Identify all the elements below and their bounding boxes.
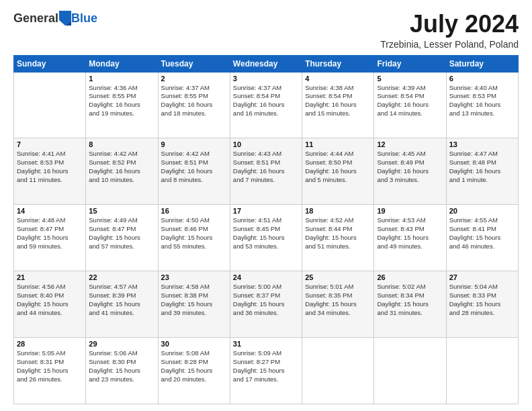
day-number: 25 bbox=[305, 273, 371, 281]
calendar-cell: 19Sunrise: 4:53 AM Sunset: 8:43 PM Dayli… bbox=[374, 205, 446, 271]
column-header-tuesday: Tuesday bbox=[158, 55, 230, 72]
day-number: 5 bbox=[377, 75, 443, 83]
calendar-cell: 22Sunrise: 4:57 AM Sunset: 8:39 PM Dayli… bbox=[86, 271, 158, 338]
calendar-cell: 11Sunrise: 4:44 AM Sunset: 8:50 PM Dayli… bbox=[302, 138, 374, 205]
day-info: Sunrise: 4:57 AM Sunset: 8:39 PM Dayligh… bbox=[89, 283, 154, 317]
day-number: 26 bbox=[377, 273, 443, 281]
day-number: 2 bbox=[161, 75, 227, 83]
calendar-cell: 8Sunrise: 4:42 AM Sunset: 8:52 PM Daylig… bbox=[86, 138, 158, 205]
header: General Blue July 2024 Trzebinia, Lesser… bbox=[13, 11, 519, 50]
day-number: 24 bbox=[233, 273, 299, 281]
day-number: 10 bbox=[233, 140, 299, 148]
day-number: 11 bbox=[305, 140, 371, 148]
calendar-cell: 27Sunrise: 5:04 AM Sunset: 8:33 PM Dayli… bbox=[446, 271, 518, 338]
week-row-1: 1Sunrise: 4:36 AM Sunset: 8:55 PM Daylig… bbox=[14, 72, 519, 138]
day-info: Sunrise: 5:04 AM Sunset: 8:33 PM Dayligh… bbox=[449, 283, 515, 317]
column-header-wednesday: Wednesday bbox=[230, 55, 302, 72]
day-number: 31 bbox=[233, 340, 299, 348]
day-info: Sunrise: 4:37 AM Sunset: 8:54 PM Dayligh… bbox=[233, 84, 299, 118]
column-header-monday: Monday bbox=[86, 55, 158, 72]
calendar-cell: 7Sunrise: 4:41 AM Sunset: 8:53 PM Daylig… bbox=[14, 138, 86, 205]
calendar-cell: 25Sunrise: 5:01 AM Sunset: 8:35 PM Dayli… bbox=[302, 271, 374, 338]
calendar-cell: 24Sunrise: 5:00 AM Sunset: 8:37 PM Dayli… bbox=[230, 271, 302, 338]
calendar-cell: 10Sunrise: 4:43 AM Sunset: 8:51 PM Dayli… bbox=[230, 138, 302, 205]
calendar-cell: 18Sunrise: 4:52 AM Sunset: 8:44 PM Dayli… bbox=[302, 205, 374, 271]
week-row-2: 7Sunrise: 4:41 AM Sunset: 8:53 PM Daylig… bbox=[14, 138, 519, 205]
calendar-cell bbox=[14, 72, 86, 138]
day-info: Sunrise: 4:44 AM Sunset: 8:50 PM Dayligh… bbox=[305, 150, 371, 184]
day-info: Sunrise: 4:40 AM Sunset: 8:53 PM Dayligh… bbox=[449, 84, 515, 118]
day-number: 18 bbox=[305, 207, 371, 215]
calendar-cell bbox=[302, 338, 374, 404]
page: General Blue July 2024 Trzebinia, Lesser… bbox=[0, 0, 532, 411]
day-info: Sunrise: 4:42 AM Sunset: 8:51 PM Dayligh… bbox=[161, 150, 227, 184]
calendar-header-row: SundayMondayTuesdayWednesdayThursdayFrid… bbox=[14, 55, 519, 72]
week-row-3: 14Sunrise: 4:48 AM Sunset: 8:47 PM Dayli… bbox=[14, 205, 519, 271]
day-info: Sunrise: 4:38 AM Sunset: 8:54 PM Dayligh… bbox=[305, 84, 371, 118]
calendar-cell: 6Sunrise: 4:40 AM Sunset: 8:53 PM Daylig… bbox=[446, 72, 518, 138]
column-header-sunday: Sunday bbox=[14, 55, 86, 72]
day-number: 13 bbox=[449, 140, 515, 148]
column-header-thursday: Thursday bbox=[302, 55, 374, 72]
day-info: Sunrise: 4:49 AM Sunset: 8:47 PM Dayligh… bbox=[89, 216, 154, 250]
logo-general: General bbox=[13, 11, 58, 26]
calendar-cell: 2Sunrise: 4:37 AM Sunset: 8:55 PM Daylig… bbox=[158, 72, 230, 138]
day-number: 4 bbox=[305, 75, 371, 83]
day-number: 30 bbox=[161, 340, 227, 348]
calendar-cell: 23Sunrise: 4:58 AM Sunset: 8:38 PM Dayli… bbox=[158, 271, 230, 338]
day-info: Sunrise: 4:50 AM Sunset: 8:46 PM Dayligh… bbox=[161, 216, 227, 250]
day-number: 19 bbox=[377, 207, 443, 215]
main-title: July 2024 bbox=[380, 11, 519, 38]
logo-icon bbox=[59, 11, 71, 26]
day-number: 27 bbox=[449, 273, 515, 281]
day-number: 12 bbox=[377, 140, 443, 148]
day-number: 14 bbox=[17, 207, 83, 215]
day-info: Sunrise: 5:00 AM Sunset: 8:37 PM Dayligh… bbox=[233, 283, 299, 317]
day-number: 28 bbox=[17, 340, 83, 348]
day-number: 23 bbox=[161, 273, 227, 281]
day-info: Sunrise: 4:47 AM Sunset: 8:48 PM Dayligh… bbox=[449, 150, 515, 184]
calendar-cell: 5Sunrise: 4:39 AM Sunset: 8:54 PM Daylig… bbox=[374, 72, 446, 138]
day-info: Sunrise: 4:37 AM Sunset: 8:55 PM Dayligh… bbox=[161, 84, 227, 118]
day-number: 29 bbox=[89, 340, 154, 348]
title-block: July 2024 Trzebinia, Lesser Poland, Pola… bbox=[380, 11, 519, 50]
calendar-cell: 1Sunrise: 4:36 AM Sunset: 8:55 PM Daylig… bbox=[86, 72, 158, 138]
calendar-cell: 26Sunrise: 5:02 AM Sunset: 8:34 PM Dayli… bbox=[374, 271, 446, 338]
column-header-saturday: Saturday bbox=[446, 55, 518, 72]
calendar-cell: 21Sunrise: 4:56 AM Sunset: 8:40 PM Dayli… bbox=[14, 271, 86, 338]
logo-blue: Blue bbox=[71, 11, 97, 26]
day-info: Sunrise: 5:08 AM Sunset: 8:28 PM Dayligh… bbox=[161, 349, 227, 383]
day-number: 1 bbox=[89, 75, 154, 83]
column-header-friday: Friday bbox=[374, 55, 446, 72]
calendar-cell: 4Sunrise: 4:38 AM Sunset: 8:54 PM Daylig… bbox=[302, 72, 374, 138]
week-row-4: 21Sunrise: 4:56 AM Sunset: 8:40 PM Dayli… bbox=[14, 271, 519, 338]
calendar-cell: 9Sunrise: 4:42 AM Sunset: 8:51 PM Daylig… bbox=[158, 138, 230, 205]
day-number: 15 bbox=[89, 207, 154, 215]
day-info: Sunrise: 4:52 AM Sunset: 8:44 PM Dayligh… bbox=[305, 216, 371, 250]
day-info: Sunrise: 4:43 AM Sunset: 8:51 PM Dayligh… bbox=[233, 150, 299, 184]
day-info: Sunrise: 4:36 AM Sunset: 8:55 PM Dayligh… bbox=[89, 84, 154, 118]
calendar-cell: 12Sunrise: 4:45 AM Sunset: 8:49 PM Dayli… bbox=[374, 138, 446, 205]
calendar-cell: 16Sunrise: 4:50 AM Sunset: 8:46 PM Dayli… bbox=[158, 205, 230, 271]
day-number: 21 bbox=[17, 273, 83, 281]
day-info: Sunrise: 5:06 AM Sunset: 8:30 PM Dayligh… bbox=[89, 349, 154, 383]
day-number: 17 bbox=[233, 207, 299, 215]
day-info: Sunrise: 5:05 AM Sunset: 8:31 PM Dayligh… bbox=[17, 349, 83, 383]
calendar-cell: 13Sunrise: 4:47 AM Sunset: 8:48 PM Dayli… bbox=[446, 138, 518, 205]
day-info: Sunrise: 4:53 AM Sunset: 8:43 PM Dayligh… bbox=[377, 216, 443, 250]
day-info: Sunrise: 4:58 AM Sunset: 8:38 PM Dayligh… bbox=[161, 283, 227, 317]
subtitle: Trzebinia, Lesser Poland, Poland bbox=[380, 39, 519, 50]
day-info: Sunrise: 4:48 AM Sunset: 8:47 PM Dayligh… bbox=[17, 216, 83, 250]
calendar-cell bbox=[374, 338, 446, 404]
calendar-cell: 20Sunrise: 4:55 AM Sunset: 8:41 PM Dayli… bbox=[446, 205, 518, 271]
day-info: Sunrise: 4:55 AM Sunset: 8:41 PM Dayligh… bbox=[449, 216, 515, 250]
calendar-cell: 14Sunrise: 4:48 AM Sunset: 8:47 PM Dayli… bbox=[14, 205, 86, 271]
calendar-cell: 31Sunrise: 5:09 AM Sunset: 8:27 PM Dayli… bbox=[230, 338, 302, 404]
day-info: Sunrise: 4:51 AM Sunset: 8:45 PM Dayligh… bbox=[233, 216, 299, 250]
day-info: Sunrise: 5:01 AM Sunset: 8:35 PM Dayligh… bbox=[305, 283, 371, 317]
logo-text: General Blue bbox=[13, 11, 97, 26]
calendar-cell: 30Sunrise: 5:08 AM Sunset: 8:28 PM Dayli… bbox=[158, 338, 230, 404]
logo: General Blue bbox=[13, 11, 97, 26]
calendar-cell: 17Sunrise: 4:51 AM Sunset: 8:45 PM Dayli… bbox=[230, 205, 302, 271]
calendar-cell: 29Sunrise: 5:06 AM Sunset: 8:30 PM Dayli… bbox=[86, 338, 158, 404]
